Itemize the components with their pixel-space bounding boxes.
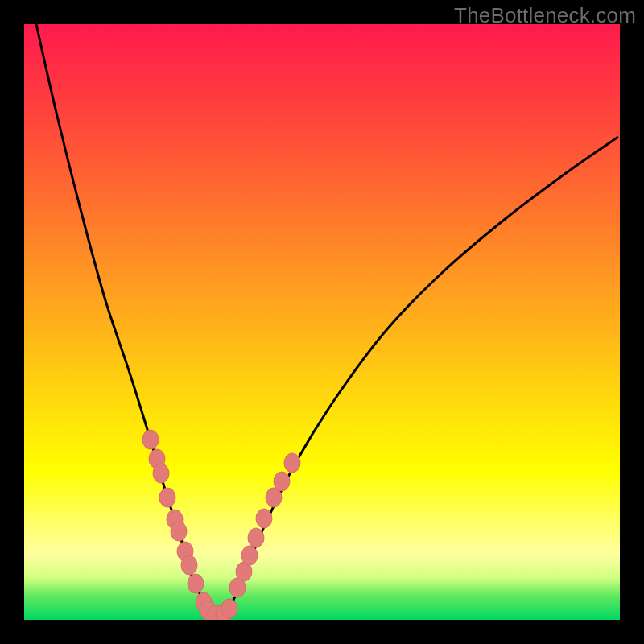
data-markers bbox=[142, 430, 300, 620]
chart-gradient-plot bbox=[24, 24, 620, 620]
data-marker bbox=[188, 574, 204, 593]
data-marker bbox=[159, 488, 175, 507]
watermark-text: TheBottleneck.com bbox=[454, 3, 636, 28]
data-marker bbox=[242, 546, 258, 565]
data-marker bbox=[153, 464, 169, 483]
data-marker bbox=[221, 599, 237, 618]
data-marker bbox=[142, 430, 159, 449]
data-marker bbox=[274, 472, 290, 491]
data-marker bbox=[181, 555, 197, 575]
data-marker bbox=[284, 453, 300, 473]
chart-svg bbox=[24, 24, 620, 620]
bottleneck-curve bbox=[36, 24, 618, 617]
curve-path bbox=[36, 24, 618, 617]
data-marker bbox=[171, 522, 187, 541]
data-marker bbox=[248, 528, 264, 547]
chart-frame: TheBottleneck.com bbox=[0, 0, 644, 644]
data-marker bbox=[256, 509, 272, 528]
